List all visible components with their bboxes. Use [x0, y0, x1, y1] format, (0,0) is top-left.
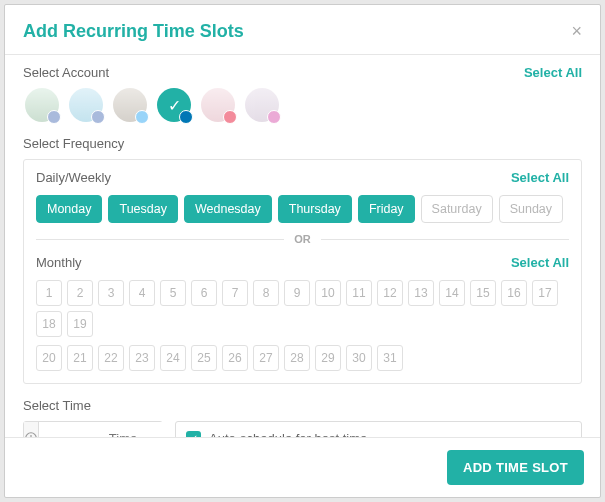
checkmark-icon: ✓: [168, 96, 181, 115]
weekday-row: Monday Tuesday Wednesday Thursday Friday…: [36, 195, 569, 223]
date-11[interactable]: 11: [346, 280, 372, 306]
account-avatar-1[interactable]: [25, 88, 59, 122]
day-sunday[interactable]: Sunday: [499, 195, 563, 223]
time-input-group: [23, 421, 163, 437]
date-18[interactable]: 18: [36, 311, 62, 337]
date-17[interactable]: 17: [532, 280, 558, 306]
date-22[interactable]: 22: [98, 345, 124, 371]
close-button[interactable]: ×: [571, 21, 582, 42]
select-account-row: Select Account Select All: [23, 65, 582, 80]
date-28[interactable]: 28: [284, 345, 310, 371]
daily-weekly-label: Daily/Weekly: [36, 170, 111, 185]
select-all-days-link[interactable]: Select All: [511, 170, 569, 185]
date-27[interactable]: 27: [253, 345, 279, 371]
select-all-accounts-link[interactable]: Select All: [524, 65, 582, 80]
date-2[interactable]: 2: [67, 280, 93, 306]
add-recurring-time-slots-modal: Add Recurring Time Slots × Select Accoun…: [4, 4, 601, 498]
instagram-icon: [267, 110, 281, 124]
date-8[interactable]: 8: [253, 280, 279, 306]
date-6[interactable]: 6: [191, 280, 217, 306]
day-thursday[interactable]: Thursday: [278, 195, 352, 223]
select-time-label: Select Time: [23, 398, 91, 413]
daily-weekly-header: Daily/Weekly Select All: [36, 170, 569, 185]
monthly-label: Monthly: [36, 255, 82, 270]
dates-row-1: 12345678910111213141516171819: [36, 280, 569, 337]
date-24[interactable]: 24: [160, 345, 186, 371]
account-avatar-3[interactable]: [113, 88, 147, 122]
date-15[interactable]: 15: [470, 280, 496, 306]
account-avatar-4-selected[interactable]: ✓: [157, 88, 191, 122]
date-14[interactable]: 14: [439, 280, 465, 306]
date-16[interactable]: 16: [501, 280, 527, 306]
auto-schedule-box[interactable]: ✓ Auto-schedule for best time: [175, 421, 582, 437]
date-21[interactable]: 21: [67, 345, 93, 371]
select-frequency-row: Select Frequency: [23, 136, 582, 151]
date-29[interactable]: 29: [315, 345, 341, 371]
linkedin-icon: [179, 110, 193, 124]
twitter-icon: [135, 110, 149, 124]
modal-title: Add Recurring Time Slots: [23, 21, 244, 42]
date-26[interactable]: 26: [222, 345, 248, 371]
date-3[interactable]: 3: [98, 280, 124, 306]
dates-row-2: 202122232425262728293031: [36, 345, 569, 371]
select-all-dates-link[interactable]: Select All: [511, 255, 569, 270]
date-9[interactable]: 9: [284, 280, 310, 306]
date-1[interactable]: 1: [36, 280, 62, 306]
date-31[interactable]: 31: [377, 345, 403, 371]
date-25[interactable]: 25: [191, 345, 217, 371]
date-30[interactable]: 30: [346, 345, 372, 371]
day-monday[interactable]: Monday: [36, 195, 102, 223]
account-avatar-5[interactable]: [201, 88, 235, 122]
modal-body: Select Account Select All ✓: [5, 55, 600, 437]
select-account-label: Select Account: [23, 65, 109, 80]
account-list: ✓: [23, 88, 582, 122]
date-7[interactable]: 7: [222, 280, 248, 306]
monthly-header: Monthly Select All: [36, 255, 569, 270]
add-time-slot-button[interactable]: ADD TIME SLOT: [447, 450, 584, 485]
date-12[interactable]: 12: [377, 280, 403, 306]
date-4[interactable]: 4: [129, 280, 155, 306]
day-tuesday[interactable]: Tuesday: [108, 195, 177, 223]
account-avatar-6[interactable]: [245, 88, 279, 122]
date-13[interactable]: 13: [408, 280, 434, 306]
date-23[interactable]: 23: [129, 345, 155, 371]
or-divider: OR: [36, 233, 569, 245]
date-20[interactable]: 20: [36, 345, 62, 371]
select-frequency-label: Select Frequency: [23, 136, 124, 151]
select-time-row: Select Time: [23, 398, 582, 413]
facebook-icon: [47, 110, 61, 124]
modal-header: Add Recurring Time Slots ×: [5, 5, 600, 55]
date-5[interactable]: 5: [160, 280, 186, 306]
date-10[interactable]: 10: [315, 280, 341, 306]
pinterest-icon: [223, 110, 237, 124]
day-friday[interactable]: Friday: [358, 195, 415, 223]
frequency-panel: Daily/Weekly Select All Monday Tuesday W…: [23, 159, 582, 384]
day-wednesday[interactable]: Wednesday: [184, 195, 272, 223]
time-controls: ✓ Auto-schedule for best time: [23, 421, 582, 437]
day-saturday[interactable]: Saturday: [421, 195, 493, 223]
clock-icon: [24, 422, 39, 437]
modal-footer: ADD TIME SLOT: [5, 437, 600, 497]
or-text: OR: [284, 233, 321, 245]
date-19[interactable]: 19: [67, 311, 93, 337]
account-avatar-2[interactable]: [69, 88, 103, 122]
facebook-icon: [91, 110, 105, 124]
